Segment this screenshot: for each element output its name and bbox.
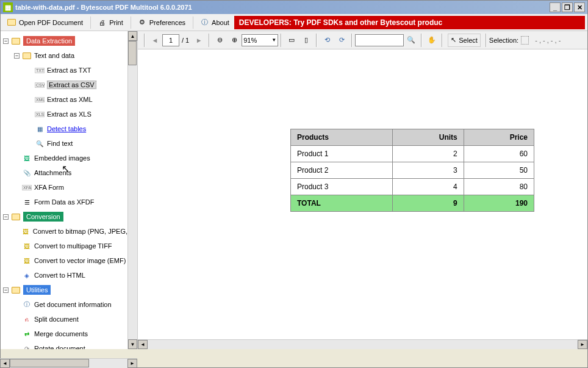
scroll-up-arrow-icon[interactable]: ▲	[128, 31, 137, 41]
scroll-down-arrow-icon[interactable]: ▼	[128, 339, 137, 349]
separator	[193, 16, 193, 29]
col-price: Price	[464, 129, 534, 146]
rotate-left-button[interactable]: ⟲	[320, 34, 334, 47]
tree-label: Data Extraction	[23, 36, 75, 46]
scroll-right-arrow-icon[interactable]: ►	[578, 340, 587, 349]
collapse-icon[interactable]: −	[3, 287, 9, 293]
collapse-icon[interactable]: −	[14, 53, 20, 59]
tree-detect-tables[interactable]: ▦ Detect tables	[1, 121, 127, 136]
open-pdf-button[interactable]: Open PDF Document	[3, 16, 87, 29]
tree-label: Find text	[47, 140, 73, 147]
zoom-out-icon: ⊖	[217, 36, 223, 44]
zoom-in-button[interactable]: ⊕	[228, 34, 241, 47]
tree-xfa-form[interactable]: XFA XFA Form	[1, 180, 127, 195]
tree-text-and-data[interactable]: − Text and data	[1, 48, 127, 63]
tree-extract-txt[interactable]: TXT Extract as TXT	[1, 63, 127, 78]
rotate-right-button[interactable]: ⟳	[335, 34, 348, 47]
tree-embedded-images[interactable]: 🖼 Embedded images	[1, 151, 127, 165]
zoom-in-icon: ⊕	[232, 36, 237, 44]
tree-get-info[interactable]: ⓘ Get document information	[1, 297, 127, 312]
search-input[interactable]	[355, 34, 404, 46]
print-button[interactable]: 🖨 Print	[93, 16, 127, 29]
preferences-label: Preferences	[149, 19, 185, 26]
tree-conversion[interactable]: − Conversion	[1, 209, 127, 224]
rotate-icon: ⟳	[22, 344, 32, 349]
next-page-button[interactable]: ►	[192, 34, 206, 47]
hand-tool-button[interactable]: ✋	[425, 34, 439, 47]
tree-label: XFA Form	[34, 184, 64, 191]
scroll-right-arrow-icon[interactable]: ►	[127, 359, 137, 368]
tree-extract-xls[interactable]: XLS Extract as XLS	[1, 107, 127, 121]
tree-extract-csv[interactable]: CSV Extract as CSV	[1, 78, 127, 92]
tree-label: Rotate document	[34, 345, 85, 349]
scroll-track[interactable]	[148, 340, 578, 349]
col-products: Products	[291, 129, 393, 146]
scroll-left-arrow-icon[interactable]: ◄	[138, 340, 148, 349]
gear-icon: ⚙	[137, 18, 147, 27]
zoom-combo[interactable]: 91% ▼	[242, 34, 278, 46]
scroll-thumb[interactable]	[128, 41, 137, 65]
promo-banner[interactable]: DEVELOPERS: Try PDF SDKs and other Bytes…	[234, 16, 585, 29]
tree-split-document[interactable]: ⎌ Split document	[1, 312, 127, 327]
main-horizontal-scrollbar[interactable]: ◄ ►	[138, 339, 587, 349]
page-total-label: / 1	[182, 37, 189, 44]
fit-width-button[interactable]: ▯	[299, 34, 313, 47]
collapse-icon[interactable]: −	[3, 38, 9, 44]
prev-page-button[interactable]: ◄	[148, 34, 162, 47]
pdf-toolbar: ◄ / 1 ► ⊖ ⊕ 91% ▼ ▭ ▯ ⟲ ⟳ 🔍 ✋ ↖	[138, 31, 587, 49]
tree-convert-vector[interactable]: 🖼 Convert to vector image (EMF)	[1, 253, 127, 268]
merge-icon: ⇄	[22, 329, 32, 339]
info-icon: ⓘ	[22, 300, 32, 309]
preferences-button[interactable]: ⚙ Preferences	[134, 16, 189, 29]
cell-units: 2	[393, 146, 464, 162]
tree-form-data-xfdf[interactable]: ☰ Form Data as XFDF	[1, 195, 127, 209]
sidebar-horizontal-scrollbar[interactable]: ◄ ►	[0, 358, 137, 368]
tree-convert-tiff[interactable]: 🖼 Convert to multipage TIFF	[1, 239, 127, 253]
fit-width-icon: ▯	[304, 36, 308, 44]
tree-merge-documents[interactable]: ⇄ Merge documents	[1, 327, 127, 341]
close-button[interactable]: ✕	[574, 2, 585, 12]
tree-convert-html[interactable]: ◈ Convert to HTML	[1, 268, 127, 283]
minimize-button[interactable]: _	[550, 2, 561, 12]
xfa-icon: XFA	[22, 185, 32, 190]
image-icon: 🖼	[21, 226, 30, 236]
tree-label: Utilities	[23, 285, 51, 295]
sidebar-vertical-scrollbar[interactable]: ▲ ▼	[127, 31, 137, 349]
restore-button[interactable]: ❐	[562, 2, 573, 12]
cell-total-label: TOTAL	[291, 195, 393, 212]
tree-attachments[interactable]: 📎 Attachments	[1, 165, 127, 180]
tree-find-text[interactable]: 🔍 Find text	[1, 136, 127, 151]
selection-rect-icon	[521, 36, 529, 45]
pdf-viewport[interactable]: Products Units Price Product 1 2 60 Prod…	[138, 49, 587, 339]
cell-units: 4	[393, 179, 464, 195]
collapse-icon[interactable]: −	[3, 214, 9, 220]
cell-price: 60	[464, 146, 534, 162]
select-tool-button[interactable]: ↖ Select	[448, 34, 481, 47]
csv-icon: CSV	[35, 82, 45, 88]
tree-rotate-document[interactable]: ⟳ Rotate document	[1, 341, 127, 349]
arrow-right-icon: ►	[196, 37, 203, 44]
scroll-thumb[interactable]	[10, 359, 89, 367]
tree-extract-xml[interactable]: XML Extract as XML	[1, 92, 127, 107]
page-number-input[interactable]	[162, 34, 179, 46]
selection-value: - , - , - , -	[535, 37, 561, 44]
table-row: Product 2 3 50	[291, 162, 534, 179]
find-button[interactable]: 🔍	[404, 34, 418, 47]
open-pdf-label: Open PDF Document	[19, 19, 83, 26]
fit-page-button[interactable]: ▭	[285, 34, 298, 47]
about-button[interactable]: ⓘ About	[196, 16, 233, 29]
cursor-icon: ↖	[451, 36, 456, 44]
fit-page-icon: ▭	[289, 36, 295, 44]
tree-convert-bitmap[interactable]: 🖼 Convert to bitmap (PNG, JPEG,	[1, 224, 127, 239]
zoom-out-button[interactable]: ⊖	[213, 34, 226, 47]
scroll-left-arrow-icon[interactable]: ◄	[0, 359, 10, 368]
tree-data-extraction[interactable]: − Data Extraction	[1, 34, 127, 48]
tree-label: Merge documents	[34, 330, 88, 337]
image-icon: 🖼	[22, 241, 32, 251]
tree-utilities[interactable]: − Utilities	[1, 283, 127, 297]
images-icon: 🖼	[22, 153, 32, 163]
tree-label: Extract as XLS	[47, 110, 91, 118]
tree-label: Convert to vector image (EMF)	[34, 257, 126, 264]
scroll-track[interactable]	[10, 359, 127, 368]
info-icon: ⓘ	[199, 18, 209, 27]
